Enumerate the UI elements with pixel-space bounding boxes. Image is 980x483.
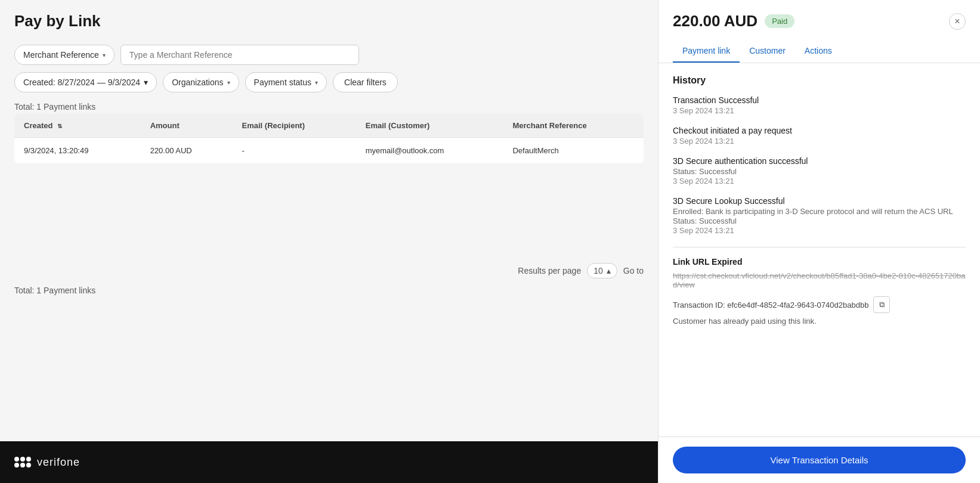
col-email-customer[interactable]: Email (Customer) <box>356 114 503 138</box>
organizations-dropdown[interactable]: Organizations ▾ <box>163 72 239 92</box>
status-badge: Paid <box>765 14 794 28</box>
chevron-down-icon: ▾ <box>315 79 318 86</box>
history-date: 3 Sep 2024 13:21 <box>673 177 966 185</box>
history-sub: Enrolled: Bank is participating in 3-D S… <box>673 207 966 216</box>
tab-customer[interactable]: Customer <box>740 40 795 63</box>
history-title: History <box>673 75 966 86</box>
payments-table: Created ⇅ Amount Email (Recipient) Email… <box>14 114 644 164</box>
history-item: Checkout initiated a pay request3 Sep 20… <box>673 126 966 145</box>
history-items: Transaction Successful3 Sep 2024 13:21Ch… <box>673 95 966 235</box>
link-expired-label: Link URL Expired <box>673 257 966 267</box>
right-footer: View Transaction Details <box>659 436 980 483</box>
main-layout: Pay by Link Merchant Reference ▾ Created… <box>0 0 980 483</box>
left-panel: Pay by Link Merchant Reference ▾ Created… <box>0 0 658 483</box>
history-event: 3D Secure authentication successful <box>673 156 966 166</box>
col-merchant-reference[interactable]: Merchant Reference <box>503 114 644 138</box>
transaction-id-label: Transaction ID: efc6e4df-4852-4fa2-9643-… <box>673 301 868 309</box>
right-header-top: 220.00 AUD Paid × <box>673 12 966 30</box>
col-amount[interactable]: Amount <box>141 114 233 138</box>
table-container: Created ⇅ Amount Email (Recipient) Email… <box>0 114 658 256</box>
history-item: 3D Secure authentication successfulStatu… <box>673 156 966 185</box>
tab-payment-link[interactable]: Payment link <box>673 40 740 63</box>
transaction-id-row: Transaction ID: efc6e4df-4852-4fa2-9643-… <box>673 296 966 313</box>
merchant-reference-dropdown[interactable]: Merchant Reference ▾ <box>14 45 115 65</box>
right-body: History Transaction Successful3 Sep 2024… <box>659 63 980 436</box>
cell-amount: 220.00 AUD <box>141 138 233 164</box>
date-range-filter[interactable]: Created: 8/27/2024 — 9/3/2024 ▾ <box>14 72 157 92</box>
chevron-down-icon: ▾ <box>144 78 148 87</box>
clear-filters-button[interactable]: Clear filters <box>333 72 398 92</box>
history-date: 3 Sep 2024 13:21 <box>673 226 966 235</box>
history-date: 3 Sep 2024 13:21 <box>673 106 966 115</box>
payment-status-label: Payment status <box>254 78 312 87</box>
link-url: https://cst.checkout.vficloud.net/v2/che… <box>673 271 966 289</box>
col-created[interactable]: Created ⇅ <box>14 114 141 138</box>
tab-actions[interactable]: Actions <box>795 40 842 63</box>
sort-icon: ⇅ <box>57 123 62 129</box>
cell-created: 9/3/2024, 13:20:49 <box>14 138 141 164</box>
chevron-up-icon: ▴ <box>607 266 611 275</box>
close-icon: × <box>954 16 960 27</box>
cell-email-recipient: - <box>233 138 356 164</box>
organizations-label: Organizations <box>172 78 223 87</box>
second-filters-row: Created: 8/27/2024 — 9/3/2024 ▾ Organiza… <box>0 70 658 100</box>
close-button[interactable]: × <box>949 13 966 30</box>
pagination-row: Results per page 10 ▴ Go to <box>0 256 658 286</box>
history-sub2: Status: Successful <box>673 216 966 225</box>
transaction-amount: 220.00 AUD <box>673 12 758 30</box>
merchant-reference-label: Merchant Reference <box>23 50 99 60</box>
col-email-recipient[interactable]: Email (Recipient) <box>233 114 356 138</box>
right-header: 220.00 AUD Paid × Payment link Customer … <box>659 0 980 63</box>
copy-icon: ⧉ <box>879 300 885 309</box>
bottom-bar: verifone <box>0 441 658 483</box>
amount-badge: 220.00 AUD Paid <box>673 12 794 30</box>
empty-space <box>0 300 658 442</box>
history-date: 3 Sep 2024 13:21 <box>673 137 966 145</box>
copy-button[interactable]: ⧉ <box>873 296 890 313</box>
history-item: Transaction Successful3 Sep 2024 13:21 <box>673 95 966 115</box>
filters-row: Merchant Reference ▾ <box>0 40 658 70</box>
table-row[interactable]: 9/3/2024, 13:20:49 220.00 AUD - myemail@… <box>14 138 644 164</box>
total-count: Total: 1 Payment links <box>0 100 658 114</box>
chevron-down-icon: ▾ <box>227 79 230 86</box>
history-event: 3D Secure Lookup Successful <box>673 196 966 206</box>
payment-status-dropdown[interactable]: Payment status ▾ <box>245 72 327 92</box>
history-event: Transaction Successful <box>673 95 966 105</box>
logo-dots <box>14 457 31 467</box>
history-event: Checkout initiated a pay request <box>673 126 966 135</box>
paid-note: Customer has already paid using this lin… <box>673 317 966 326</box>
search-input[interactable] <box>120 45 359 65</box>
date-range-label: Created: 8/27/2024 — 9/3/2024 <box>23 78 140 87</box>
history-sub: Status: Successful <box>673 167 966 176</box>
chevron-down-icon: ▾ <box>103 52 106 58</box>
page-title: Pay by Link <box>14 12 644 30</box>
view-transaction-details-button[interactable]: View Transaction Details <box>673 447 966 473</box>
right-tabs: Payment link Customer Actions <box>673 40 966 63</box>
per-page-select[interactable]: 10 ▴ <box>587 263 617 278</box>
cell-merchant-reference: DefaultMerch <box>503 138 644 164</box>
per-page-value: 10 <box>593 266 603 275</box>
verifone-logo: verifone <box>14 456 80 469</box>
history-item: 3D Secure Lookup SuccessfulEnrolled: Ban… <box>673 196 966 235</box>
total-count-bottom: Total: 1 Payment links <box>0 286 658 300</box>
go-to-label: Go to <box>623 266 644 275</box>
verifone-logo-text: verifone <box>37 456 80 469</box>
right-panel: 220.00 AUD Paid × Payment link Customer … <box>658 0 980 483</box>
history-section: History Transaction Successful3 Sep 2024… <box>673 75 966 235</box>
table-header-row: Created ⇅ Amount Email (Recipient) Email… <box>14 114 644 138</box>
link-section: Link URL Expired https://cst.checkout.vf… <box>673 257 966 326</box>
results-per-page-label: Results per page <box>518 266 581 275</box>
divider <box>673 247 966 247</box>
page-header: Pay by Link <box>0 0 658 40</box>
cell-email-customer: myemail@outlook.com <box>356 138 503 164</box>
